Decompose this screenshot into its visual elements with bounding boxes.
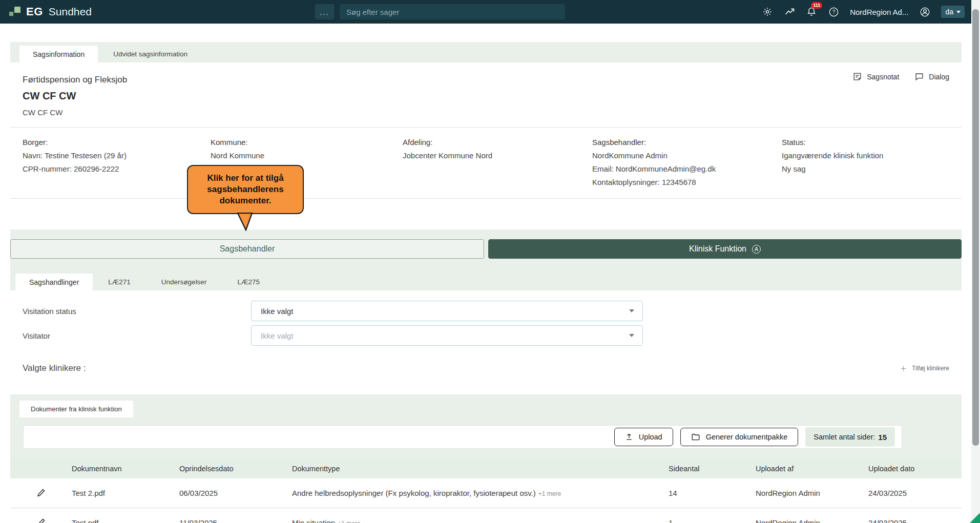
user-name-label[interactable]: NordRegion Ad...: [850, 8, 908, 16]
cell-dokumentnavn: Test 2.pdf: [72, 489, 179, 497]
documents-toolbar: Upload Generer dokumentpakke Samlet anta…: [23, 425, 902, 449]
eg-logo-icon: [9, 6, 20, 17]
info-label: Sagsbehandler:: [592, 136, 782, 149]
sagshandlinger-tabbar: Sagshandlinger LÆ271 Undersøgelser LÆ275: [10, 274, 962, 290]
klinisk-funktion-label: Klinisk Funktion: [689, 244, 746, 254]
table-row[interactable]: Test 2.pdf 06/03/2025 Andre helbredsoply…: [10, 478, 962, 508]
info-line: Navn: Testine Testesen (29 år): [23, 149, 211, 162]
brand-name: EG: [26, 5, 43, 18]
scrollbar-thumb[interactable]: [972, 9, 979, 446]
info-label: Afdeling:: [403, 136, 592, 149]
visitation-status-label: Visitation status: [23, 307, 251, 316]
case-type: Førtidspension og Fleksjob: [23, 75, 949, 85]
info-col-afdeling: Afdeling: Jobcenter Kommune Nord: [403, 136, 592, 189]
documents-table: Dokumentnavn Oprindelsesdato Dokumenttyp…: [10, 459, 962, 523]
col-oprindelsesdato: Oprindelsesdato: [179, 465, 292, 473]
info-line: Kontaktoplysninger: 12345678: [592, 176, 782, 189]
chat-bubble-icon: [914, 72, 924, 81]
pencil-icon: [37, 518, 46, 523]
callout-text: Klik her for at tilgå sagsbehandlerens d…: [187, 165, 304, 214]
visitation-status-dropdown[interactable]: Ikke valgt: [251, 301, 643, 321]
tilfoj-klinikere-button[interactable]: Tilføj klinikere: [900, 365, 949, 372]
edit-document-button[interactable]: [35, 486, 48, 500]
sagsbehandler-view-button[interactable]: Sagsbehandler: [10, 239, 484, 259]
info-col-sagsbehandler: Sagsbehandler: NordKommune Admin Email: …: [592, 136, 782, 189]
app-logo[interactable]: EG Sundhed: [9, 5, 92, 18]
more-types-tag: +1 mere: [338, 520, 360, 523]
top-navigation-bar: EG Sundhed ... 111: [0, 0, 980, 24]
pencil-icon: [37, 488, 46, 497]
case-header: Førtidspension og Fleksjob CW CF CW CW C…: [10, 62, 962, 127]
document-type-text: Min situation: [292, 518, 335, 523]
info-label: Status:: [782, 136, 949, 149]
language-selector[interactable]: da: [941, 6, 965, 18]
cell-uploadet-af: NordRegion Admin: [756, 518, 868, 523]
corner-scroll-indicator: [970, 513, 980, 523]
plus-icon: [900, 365, 907, 372]
total-pages-label: Samlet antal sider:: [814, 433, 875, 441]
more-types-tag: +1 mere: [538, 490, 561, 497]
callout-tail: [236, 213, 254, 231]
vertical-scrollbar[interactable]: [971, 0, 980, 523]
cell-dokumenttype: Andre helbredsoplysninger (Fx psykolog, …: [292, 489, 669, 497]
sagsnotat-label: Sagsnotat: [867, 73, 899, 81]
case-subtitle: CW CF CW: [23, 108, 949, 117]
edit-document-button[interactable]: [35, 516, 48, 523]
info-col-borger: Borger: Navn: Testine Testesen (29 år) C…: [23, 136, 211, 189]
tab-udvidet-sagsinformation[interactable]: Udvidet sagsinformation: [98, 46, 203, 62]
info-col-status: Status: Igangværende klinisk funktion Ny…: [782, 136, 949, 189]
col-uploadet-af: Uploadet af: [756, 465, 868, 473]
dialog-button[interactable]: Dialog: [914, 72, 949, 81]
tab-dokumenter-fra-klinisk-funktion[interactable]: Dokumenter fra klinisk funktion: [19, 401, 133, 417]
visitation-status-row: Visitation status Ikke valgt: [23, 301, 949, 321]
sagsnotat-button[interactable]: Sagsnotat: [852, 72, 899, 81]
view-switch-buttons: Sagsbehandler Klinisk Funktion A: [10, 239, 962, 259]
chevron-down-icon: [629, 334, 634, 337]
cell-sideantal: 1: [669, 518, 756, 523]
cell-dokumentnavn: Test.pdf: [72, 518, 179, 523]
info-line: Email: NordKommuneAdmin@eg.dk: [592, 162, 782, 176]
activity-trend-icon[interactable]: [784, 6, 795, 17]
tab-lae275[interactable]: LÆ275: [222, 274, 275, 290]
upload-button[interactable]: Upload: [614, 428, 673, 446]
cell-uploadet-af: NordRegion Admin: [756, 489, 868, 497]
total-pages-badge: Samlet antal sider: 15: [805, 427, 895, 447]
tab-sagsinformation[interactable]: Sagsinformation: [19, 46, 98, 62]
info-line: Jobcenter Kommune Nord: [403, 149, 592, 162]
svg-text:?: ?: [832, 9, 835, 15]
generer-dokumentpakke-button[interactable]: Generer dokumentpakke: [680, 428, 799, 446]
product-name: Sundhed: [49, 6, 92, 18]
col-dokumenttype: Dokumenttype: [292, 465, 669, 473]
upload-label: Upload: [639, 433, 662, 441]
notifications-bell-icon[interactable]: 111: [806, 6, 817, 17]
col-uploadet-dato: Uploadet dato: [868, 465, 962, 473]
settings-gear-icon[interactable]: [762, 6, 773, 17]
col-sideantal: Sideantal: [669, 465, 756, 473]
header-center: ...: [315, 4, 565, 19]
card-spacer: [10, 199, 962, 229]
valgte-klinikere-row: Valgte klinikere : Tilføj klinikere: [23, 363, 949, 373]
help-icon[interactable]: ?: [828, 6, 839, 17]
table-row[interactable]: Test.pdf 11/03/2025 Min situation+1 mere…: [10, 508, 962, 523]
chevron-down-icon: [629, 309, 634, 312]
generer-label: Generer dokumentpakke: [706, 433, 788, 441]
case-actions: Sagsnotat Dialog: [852, 72, 949, 81]
more-menu-button[interactable]: ...: [315, 4, 334, 19]
info-line: CPR-nummer: 260296-2222: [23, 162, 211, 176]
table-header-row: Dokumentnavn Oprindelsesdato Dokumenttyp…: [10, 459, 962, 478]
user-avatar-icon[interactable]: [919, 6, 930, 17]
info-line: Igangværende klinisk funktion: [782, 149, 949, 162]
klinisk-funktion-view-button[interactable]: Klinisk Funktion A: [488, 239, 962, 259]
search-input[interactable]: [340, 4, 565, 19]
tab-lae271[interactable]: LÆ271: [93, 274, 146, 290]
tab-sagshandlinger[interactable]: Sagshandlinger: [15, 274, 93, 290]
visitator-dropdown[interactable]: Ikke valgt: [251, 325, 643, 346]
cell-dokumenttype: Min situation+1 mere: [292, 518, 669, 523]
tab-undersoegelser[interactable]: Undersøgelser: [146, 274, 222, 290]
circled-a-icon: A: [752, 245, 761, 254]
dropdown-value: Ikke valgt: [261, 307, 293, 316]
case-info-grid: Borger: Navn: Testine Testesen (29 år) C…: [10, 128, 962, 198]
cell-sideantal: 14: [669, 489, 756, 497]
visitator-label: Visitator: [23, 331, 251, 340]
info-label: Borger:: [23, 136, 211, 149]
